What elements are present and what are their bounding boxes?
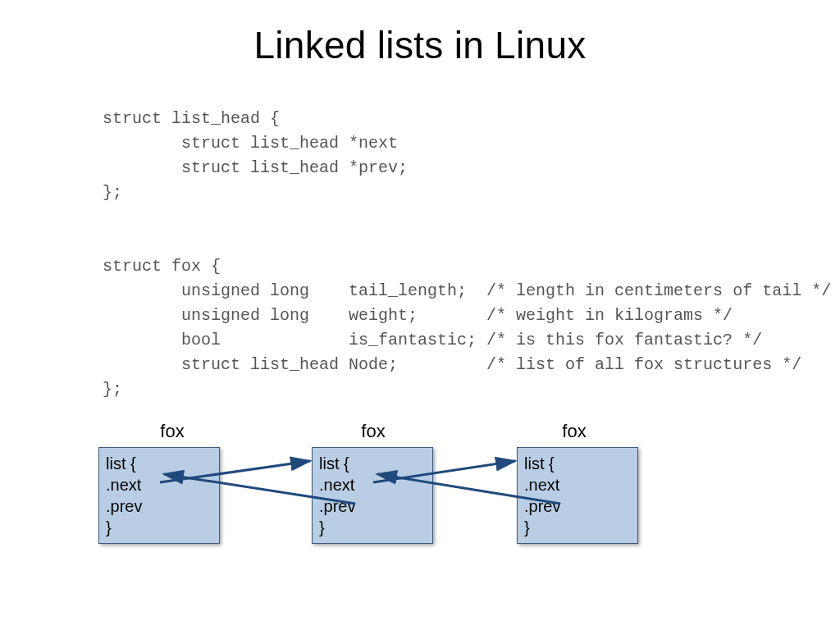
- box1-line3: .prev: [106, 495, 212, 517]
- box3-line1: list {: [524, 453, 631, 474]
- box3-line2: .next: [524, 474, 631, 495]
- fox-box-3: list { .next .prev }: [517, 447, 638, 544]
- box3-line4: }: [524, 517, 631, 538]
- slide-title: Linked lists in Linux: [0, 23, 840, 67]
- box2-line3: .prev: [319, 495, 426, 517]
- box1-label: fox: [148, 421, 197, 442]
- box2-line2: .next: [319, 474, 426, 495]
- box3-line3: .prev: [524, 495, 631, 517]
- box2-label: fox: [349, 421, 398, 442]
- slide: Linked lists in Linux struct list_head {…: [0, 0, 840, 630]
- box2-line1: list {: [319, 453, 426, 474]
- box3-label: fox: [550, 421, 599, 442]
- fox-box-1: list { .next .prev }: [98, 447, 220, 544]
- fox-box-2: list { .next .prev }: [312, 447, 433, 544]
- box1-line1: list {: [106, 453, 212, 474]
- code-block: struct list_head { struct list_head *nex…: [103, 107, 831, 402]
- box1-line2: .next: [106, 474, 212, 495]
- box2-line4: }: [319, 517, 426, 538]
- box1-line4: }: [106, 517, 212, 538]
